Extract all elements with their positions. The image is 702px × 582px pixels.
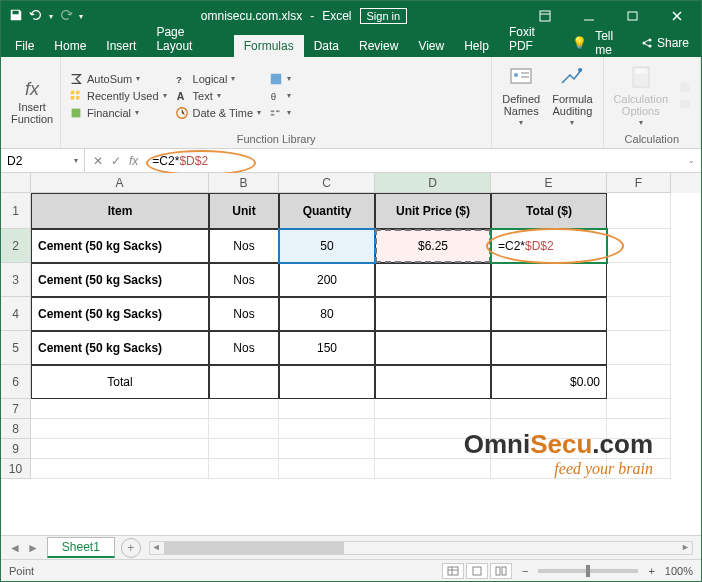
cell[interactable] — [607, 229, 671, 263]
formula-bar[interactable]: =C2*$D$2 — [146, 152, 682, 170]
cell[interactable] — [375, 399, 491, 419]
header-cell[interactable]: Total ($) — [491, 193, 607, 229]
new-sheet-button[interactable]: + — [121, 538, 141, 558]
row-header[interactable]: 1 — [1, 193, 31, 229]
tab-formulas[interactable]: Formulas — [234, 35, 304, 57]
lookup-button[interactable]: ▾ — [267, 71, 293, 87]
cell[interactable] — [375, 365, 491, 399]
cell[interactable]: Nos — [209, 297, 279, 331]
cell[interactable] — [31, 419, 209, 439]
cell[interactable] — [491, 331, 607, 365]
sheet-tab[interactable]: Sheet1 — [47, 537, 115, 558]
sheet-nav-prev-icon[interactable]: ◄ — [9, 541, 21, 555]
col-header[interactable]: B — [209, 173, 279, 193]
cell[interactable] — [31, 439, 209, 459]
cell[interactable] — [491, 419, 607, 439]
cell[interactable] — [279, 439, 375, 459]
header-cell[interactable]: Item — [31, 193, 209, 229]
cell[interactable] — [31, 399, 209, 419]
cell[interactable] — [607, 193, 671, 229]
save-icon[interactable] — [9, 8, 23, 25]
col-header[interactable]: C — [279, 173, 375, 193]
formula-auditing-button[interactable]: Formula Auditing▾ — [548, 59, 596, 132]
text-button[interactable]: AText▾ — [173, 88, 264, 104]
cell[interactable]: Cement (50 kg Sacks) — [31, 297, 209, 331]
minimize-icon[interactable] — [569, 2, 609, 30]
tell-me-label[interactable]: Tell me — [595, 29, 633, 57]
view-page-break-icon[interactable] — [490, 563, 512, 579]
cell[interactable] — [209, 459, 279, 479]
tab-foxit[interactable]: Foxit PDF — [499, 21, 572, 57]
row-header[interactable]: 7 — [1, 399, 31, 419]
select-all-corner[interactable] — [1, 173, 31, 193]
col-header[interactable]: E — [491, 173, 607, 193]
tab-home[interactable]: Home — [44, 35, 96, 57]
sign-in-button[interactable]: Sign in — [360, 8, 408, 24]
tab-insert[interactable]: Insert — [96, 35, 146, 57]
row-header[interactable]: 10 — [1, 459, 31, 479]
total-label-cell[interactable]: Total — [31, 365, 209, 399]
zoom-out-icon[interactable]: − — [522, 565, 528, 577]
cell[interactable] — [491, 263, 607, 297]
col-header[interactable]: A — [31, 173, 209, 193]
cell[interactable] — [607, 365, 671, 399]
share-button[interactable]: Share — [641, 36, 689, 50]
cell[interactable] — [279, 365, 375, 399]
tab-file[interactable]: File — [5, 35, 44, 57]
cell[interactable] — [209, 365, 279, 399]
cell-e2-active[interactable]: =C2*$D$2 — [491, 229, 607, 263]
cell[interactable]: Cement (50 kg Sacks) — [31, 263, 209, 297]
math-button[interactable]: θ▾ — [267, 88, 293, 104]
tab-review[interactable]: Review — [349, 35, 408, 57]
horizontal-scrollbar[interactable]: ◄► — [149, 541, 693, 555]
cell[interactable] — [375, 439, 491, 459]
recently-used-button[interactable]: Recently Used▾ — [67, 88, 169, 104]
cell[interactable]: 80 — [279, 297, 375, 331]
name-box[interactable]: D2▾ — [1, 149, 85, 172]
cell[interactable] — [607, 263, 671, 297]
cell[interactable]: Nos — [209, 263, 279, 297]
total-value-cell[interactable]: $0.00 — [491, 365, 607, 399]
redo-icon[interactable] — [59, 8, 73, 25]
cell-d2[interactable]: $6.25 — [375, 229, 491, 263]
zoom-level[interactable]: 100% — [665, 565, 693, 577]
view-normal-icon[interactable] — [442, 563, 464, 579]
view-page-layout-icon[interactable] — [466, 563, 488, 579]
tab-view[interactable]: View — [408, 35, 454, 57]
cell[interactable] — [209, 399, 279, 419]
cell[interactable]: Nos — [209, 229, 279, 263]
cell[interactable]: 150 — [279, 331, 375, 365]
logical-button[interactable]: ?Logical▾ — [173, 71, 264, 87]
cell[interactable] — [375, 331, 491, 365]
header-cell[interactable]: Quantity — [279, 193, 375, 229]
cell[interactable] — [279, 419, 375, 439]
undo-icon[interactable] — [29, 8, 43, 25]
zoom-slider[interactable] — [538, 569, 638, 573]
row-header[interactable]: 8 — [1, 419, 31, 439]
cell[interactable] — [607, 419, 671, 439]
row-header[interactable]: 9 — [1, 439, 31, 459]
more-functions-button[interactable]: ▾ — [267, 105, 293, 121]
cell[interactable] — [607, 399, 671, 419]
close-icon[interactable] — [657, 2, 697, 30]
cell[interactable] — [491, 297, 607, 331]
enter-icon[interactable]: ✓ — [111, 154, 121, 168]
cell[interactable] — [491, 439, 607, 459]
cell[interactable] — [375, 459, 491, 479]
cell[interactable] — [375, 419, 491, 439]
cell[interactable] — [607, 439, 671, 459]
calculation-options-button[interactable]: Calculation Options▾ — [610, 59, 672, 132]
insert-function-button[interactable]: fx Insert Function — [7, 59, 57, 146]
fx-icon[interactable]: fx — [129, 154, 138, 168]
calc-now-button[interactable] — [676, 79, 694, 95]
tell-me-icon[interactable]: 💡 — [572, 36, 587, 50]
cell[interactable] — [209, 419, 279, 439]
sheet-nav-next-icon[interactable]: ► — [27, 541, 39, 555]
header-cell[interactable]: Unit — [209, 193, 279, 229]
cell[interactable] — [279, 459, 375, 479]
cancel-icon[interactable]: ✕ — [93, 154, 103, 168]
cell[interactable] — [279, 399, 375, 419]
cell[interactable]: Cement (50 kg Sacks) — [31, 229, 209, 263]
tab-page-layout[interactable]: Page Layout — [146, 21, 233, 57]
cell[interactable] — [607, 297, 671, 331]
